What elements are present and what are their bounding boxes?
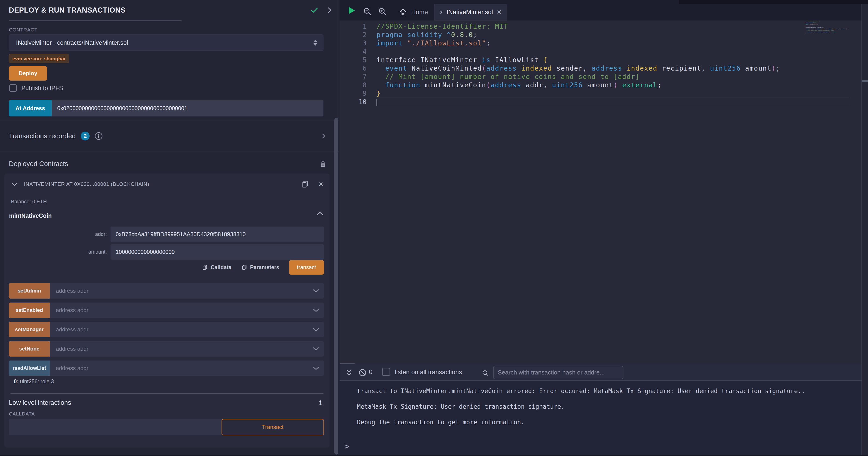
search-icon xyxy=(482,369,489,377)
window-top-strip xyxy=(679,0,868,4)
function-field-row: amount: xyxy=(4,244,324,260)
expand-readallowlist-chevron-down-icon[interactable] xyxy=(312,366,320,371)
clear-console-ban-icon[interactable] xyxy=(358,368,367,377)
publish-ipfs-checkbox[interactable] xyxy=(9,84,17,92)
terminal-log[interactable]: transact to INativeMinter.mintNativeCoin… xyxy=(340,381,862,456)
listen-transactions-checkbox[interactable] xyxy=(382,368,390,376)
info-icon[interactable] xyxy=(94,132,103,140)
low-level-transact-button[interactable]: Transact xyxy=(221,419,324,435)
tab-inativeminter[interactable]: INativeMinter.sol ✕ xyxy=(434,4,507,21)
panel-scrollbar[interactable] xyxy=(334,118,338,455)
code-line[interactable]: import "./IAllowList.sol"; xyxy=(376,39,849,48)
terminal-log-line: Debug the transaction to get more inform… xyxy=(357,419,862,426)
code-line[interactable]: //SPDX-License-Identifier: MIT xyxy=(376,22,849,31)
code-line[interactable]: function mintNativeCoin(address addr, ui… xyxy=(376,81,849,89)
readallowlist-output: 0: uint256: role 3 xyxy=(14,378,54,385)
addr-field-input[interactable] xyxy=(111,227,324,242)
instance-title: INATIVEMINTER AT 0X020...00001 (BLOCKCHA… xyxy=(24,181,149,187)
zoom-out-icon[interactable] xyxy=(363,7,372,16)
copy-address-icon[interactable] xyxy=(301,180,309,189)
expand-setadmin-chevron-down-icon[interactable] xyxy=(312,289,320,293)
code-line[interactable]: } xyxy=(376,89,849,98)
run-script-play-icon[interactable] xyxy=(349,7,355,14)
amount-field-input[interactable] xyxy=(111,244,324,260)
terminal-log-line: transact to INativeMinter.mintNativeCoin… xyxy=(357,388,862,395)
deploy-button[interactable]: Deploy xyxy=(9,66,47,81)
amount-field-label: amount: xyxy=(4,249,111,255)
setnone-button[interactable]: setNone xyxy=(9,341,50,357)
terminal-search-input[interactable] xyxy=(493,366,623,379)
setmanager-input[interactable] xyxy=(50,322,324,337)
function-name: mintNativeCoin xyxy=(9,212,52,219)
expand-transactions-chevron-right-icon[interactable] xyxy=(320,133,327,140)
setadmin-button[interactable]: setAdmin xyxy=(9,283,50,298)
zoom-in-icon[interactable] xyxy=(378,7,387,16)
contract-select[interactable]: INativeMinter - contracts/INativeMinter.… xyxy=(9,34,323,51)
function-actions-row: Calldata Parameters transact xyxy=(202,260,324,275)
collapse-function-chevron-up-icon[interactable] xyxy=(316,211,323,216)
trash-icon[interactable] xyxy=(319,160,327,168)
instance-header[interactable]: INATIVEMINTER AT 0X020...00001 (BLOCKCHA… xyxy=(11,178,323,191)
calldata-chip-label: Calldata xyxy=(211,264,231,270)
code-line[interactable]: event NativeCoinMinted(address indexed s… xyxy=(376,64,849,73)
expand-setenabled-chevron-down-icon[interactable] xyxy=(312,308,320,313)
function-row-readallowlist: readAllowList xyxy=(9,361,324,376)
remove-instance-close-icon[interactable]: ✕ xyxy=(318,181,323,187)
select-arrows-icon xyxy=(313,39,317,46)
function-field-row: addr: xyxy=(4,227,324,242)
remix-ide-window: DEPLOY & RUN TRANSACTIONS CONTRACT INati… xyxy=(0,0,868,456)
setenabled-button[interactable]: setEnabled xyxy=(9,303,50,318)
setadmin-input[interactable] xyxy=(50,283,324,298)
expand-setnone-chevron-down-icon[interactable] xyxy=(312,346,320,351)
code-body[interactable]: //SPDX-License-Identifier: MITpragma sol… xyxy=(376,22,849,106)
right-edge-strip xyxy=(862,4,868,456)
transactions-count-badge: 2 xyxy=(81,132,90,140)
right-scrollbar-thumb[interactable] xyxy=(862,80,868,82)
code-line[interactable]: interface INativeMinter is IAllowList { xyxy=(376,56,849,64)
parameters-chip-label: Parameters xyxy=(250,264,279,270)
line-number-gutter: 12345678910 xyxy=(340,22,367,106)
expanded-function-header[interactable]: mintNativeCoin xyxy=(9,211,323,219)
terminal: 0 listen on all transactions transact to… xyxy=(340,364,862,456)
contract-label: CONTRACT xyxy=(9,27,37,33)
low-level-label: Low level interactions xyxy=(9,399,71,406)
calldata-row: Transact xyxy=(9,419,324,435)
close-tab-icon[interactable]: ✕ xyxy=(497,9,502,15)
transactions-recorded-label: Transactions recorded xyxy=(9,132,75,140)
copy-parameters-button[interactable]: Parameters xyxy=(241,264,279,270)
code-line[interactable]: pragma solidity ^0.8.0; xyxy=(376,31,849,39)
solidity-icon xyxy=(440,8,443,16)
expand-setmanager-chevron-down-icon[interactable] xyxy=(312,327,320,332)
collapse-instance-chevron-down-icon[interactable] xyxy=(11,182,18,187)
publish-ipfs-row: Publish to IPFS xyxy=(9,84,63,92)
check-icon xyxy=(310,6,318,15)
copy-calldata-button[interactable]: Calldata xyxy=(202,264,231,270)
code-line[interactable]: // Mint [amount] number of native coins … xyxy=(376,73,849,81)
setnone-input[interactable] xyxy=(50,341,324,357)
transact-button[interactable]: transact xyxy=(289,260,324,275)
readallowlist-button[interactable]: readAllowList xyxy=(9,361,50,376)
at-address-button[interactable]: At Address xyxy=(9,100,52,116)
at-address-input[interactable] xyxy=(52,100,323,116)
title-underline xyxy=(9,21,182,21)
setenabled-input[interactable] xyxy=(50,303,324,318)
tab-home[interactable]: Home xyxy=(393,4,434,21)
terminal-prompt[interactable]: > xyxy=(345,442,349,450)
function-row-setmanager: setManager xyxy=(9,322,324,337)
setmanager-button[interactable]: setManager xyxy=(9,322,50,337)
output-value: uint256: role 3 xyxy=(19,378,54,384)
code-line[interactable] xyxy=(376,98,849,106)
code-editor[interactable]: 12345678910 //SPDX-License-Identifier: M… xyxy=(340,21,868,364)
low-level-header: Low level interactions i xyxy=(9,399,322,407)
minimap[interactable]: //SPDX-License-Identifier: MITpragma sol… xyxy=(806,21,851,49)
code-line[interactable] xyxy=(376,48,849,56)
collapse-terminal-double-chevron-icon[interactable] xyxy=(345,369,353,377)
pin-panel-chevron-right-icon[interactable] xyxy=(326,6,334,14)
contract-select-value: INativeMinter - contracts/INativeMinter.… xyxy=(16,39,128,46)
addr-field-label: addr: xyxy=(4,231,111,237)
readallowlist-input[interactable] xyxy=(50,361,324,376)
function-row-setenabled: setEnabled xyxy=(9,303,324,318)
home-icon xyxy=(399,8,407,17)
low-level-info-icon[interactable]: i xyxy=(318,399,322,407)
transactions-recorded-row: Transactions recorded 2 xyxy=(9,121,327,151)
